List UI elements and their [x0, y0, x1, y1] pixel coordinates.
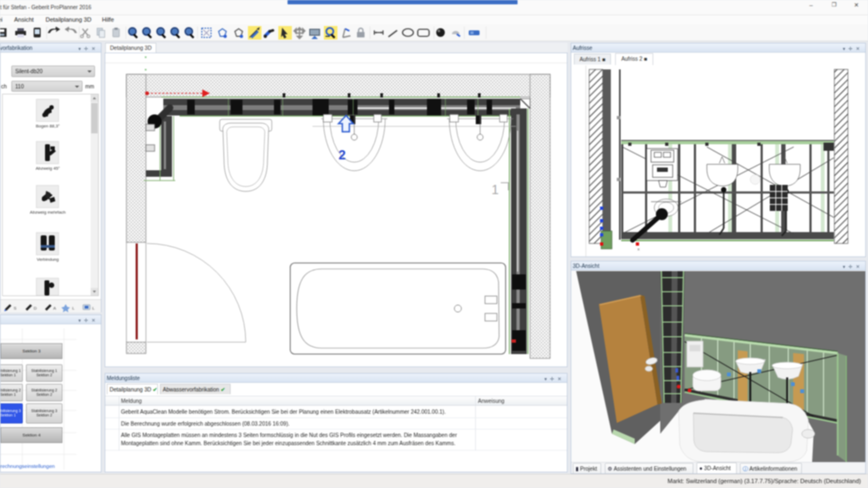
svg-text:2: 2: [339, 147, 346, 162]
svg-text:S: S: [14, 306, 16, 311]
svg-text:L: L: [92, 306, 95, 311]
svg-text:D: D: [34, 306, 37, 311]
svg-text:A: A: [53, 306, 56, 311]
svg-text:x: x: [637, 247, 640, 252]
svg-text:1: 1: [492, 182, 499, 197]
svg-text:L: L: [72, 306, 75, 311]
